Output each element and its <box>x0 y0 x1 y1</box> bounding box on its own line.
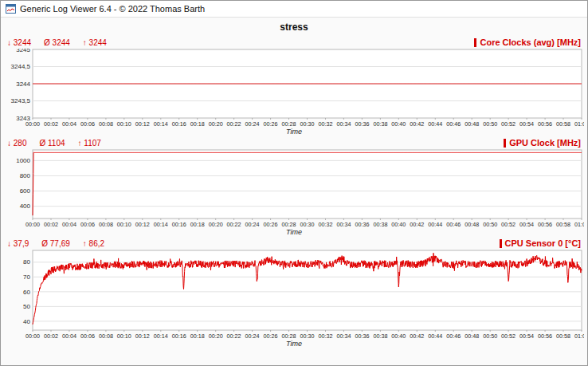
core-clocks-chart[interactable]: 32453244,532443243,5324300:0000:0200:040… <box>6 49 584 128</box>
svg-text:00:32: 00:32 <box>319 333 333 340</box>
chart-title: Core Clocks (avg) [MHz] <box>474 37 581 47</box>
chart-stats: ↓ 3244 Ø 3244 ↑ 3244 <box>7 38 107 47</box>
titlebar[interactable]: Generic Log Viewer 6.4 - © 2022 Thomas B… <box>1 1 587 18</box>
svg-text:00:16: 00:16 <box>172 120 186 128</box>
svg-text:00:58: 00:58 <box>556 120 570 128</box>
svg-text:00:06: 00:06 <box>80 221 95 228</box>
svg-text:00:14: 00:14 <box>154 221 168 228</box>
chart-title-marker-icon <box>504 139 506 148</box>
svg-text:01:00: 01:00 <box>574 221 584 228</box>
svg-text:50: 50 <box>23 303 30 310</box>
svg-text:00:44: 00:44 <box>428 120 442 128</box>
chart-title-label: CPU Sensor 0 [°C] <box>505 238 581 248</box>
svg-text:00:38: 00:38 <box>373 333 387 340</box>
svg-text:00:30: 00:30 <box>300 221 315 228</box>
svg-text:00:52: 00:52 <box>501 333 515 340</box>
chart-panel-core-clocks: ↓ 3244 Ø 3244 ↑ 3244 Core Clocks (avg) [… <box>1 36 587 136</box>
svg-text:00:40: 00:40 <box>391 333 406 340</box>
svg-text:00:36: 00:36 <box>355 221 369 228</box>
svg-text:00:48: 00:48 <box>465 120 479 128</box>
svg-text:00:38: 00:38 <box>373 221 387 228</box>
svg-text:00:20: 00:20 <box>209 120 223 128</box>
svg-text:00:30: 00:30 <box>300 333 315 340</box>
svg-text:00:02: 00:02 <box>44 221 58 228</box>
svg-text:00:42: 00:42 <box>410 120 424 128</box>
svg-text:70: 70 <box>23 274 30 281</box>
svg-text:00:22: 00:22 <box>227 221 241 228</box>
svg-text:00:02: 00:02 <box>44 120 58 128</box>
svg-text:00:12: 00:12 <box>135 333 150 340</box>
svg-text:00:22: 00:22 <box>227 120 241 128</box>
svg-text:600: 600 <box>20 187 31 195</box>
cpu-sensor-chart[interactable]: 807060504000:0000:0200:0400:0600:0800:10… <box>6 250 584 340</box>
svg-text:00:16: 00:16 <box>172 221 186 228</box>
svg-text:00:04: 00:04 <box>62 120 76 128</box>
svg-text:800: 800 <box>20 172 31 179</box>
svg-text:00:56: 00:56 <box>538 120 552 128</box>
svg-text:00:04: 00:04 <box>62 221 76 228</box>
svg-text:00:02: 00:02 <box>44 333 58 340</box>
svg-text:60: 60 <box>23 289 30 296</box>
gpu-clock-chart[interactable]: 100080060040000:0000:0200:0400:0600:0800… <box>6 149 584 229</box>
svg-text:00:18: 00:18 <box>190 221 205 228</box>
chart-title: CPU Sensor 0 [°C] <box>500 238 581 248</box>
svg-text:00:44: 00:44 <box>428 333 442 340</box>
chart-panel-cpu-sensor: ↓ 37,9 Ø 77,69 ↑ 86,2 CPU Sensor 0 [°C] … <box>1 237 587 348</box>
stats-row: ↓ 280 Ø 1104 ↑ 1107 GPU Clock [MHz] <box>6 136 582 149</box>
svg-text:00:10: 00:10 <box>117 221 131 228</box>
svg-text:00:16: 00:16 <box>172 333 186 340</box>
svg-text:00:14: 00:14 <box>154 120 168 128</box>
svg-text:00:08: 00:08 <box>99 120 113 128</box>
chart-title-marker-icon <box>500 239 502 248</box>
svg-text:3245: 3245 <box>16 49 30 53</box>
svg-text:01:00: 01:00 <box>574 333 584 340</box>
svg-text:40: 40 <box>23 318 30 325</box>
svg-text:00:08: 00:08 <box>99 333 113 340</box>
stats-row: ↓ 37,9 Ø 77,69 ↑ 86,2 CPU Sensor 0 [°C] <box>6 237 582 250</box>
app-icon[interactable] <box>6 4 16 14</box>
svg-text:00:42: 00:42 <box>410 333 424 340</box>
svg-text:00:58: 00:58 <box>556 221 570 228</box>
svg-text:00:46: 00:46 <box>446 120 461 128</box>
svg-text:00:56: 00:56 <box>538 221 552 228</box>
stat-avg: Ø 77,69 <box>41 239 70 248</box>
svg-text:00:42: 00:42 <box>410 221 424 228</box>
svg-text:00:58: 00:58 <box>556 333 570 340</box>
svg-text:00:34: 00:34 <box>336 221 351 228</box>
svg-text:00:12: 00:12 <box>135 120 150 128</box>
svg-text:00:48: 00:48 <box>465 221 479 228</box>
svg-text:00:44: 00:44 <box>428 221 442 228</box>
chart-title-marker-icon <box>474 38 476 47</box>
svg-text:00:50: 00:50 <box>483 221 497 228</box>
stat-min: ↓ 37,9 <box>7 239 29 248</box>
chart-title-label: GPU Clock [MHz] <box>509 138 581 148</box>
stat-min: ↓ 3244 <box>7 38 31 47</box>
window-title: Generic Log Viewer 6.4 - © 2022 Thomas B… <box>20 4 205 14</box>
x-axis-label: Time <box>6 228 582 236</box>
svg-text:400: 400 <box>20 203 31 210</box>
svg-text:00:46: 00:46 <box>446 221 461 228</box>
svg-text:00:32: 00:32 <box>319 221 333 228</box>
svg-text:00:22: 00:22 <box>227 333 241 340</box>
svg-text:00:24: 00:24 <box>245 120 260 128</box>
svg-text:00:54: 00:54 <box>519 120 534 128</box>
app-window: Generic Log Viewer 6.4 - © 2022 Thomas B… <box>0 0 588 366</box>
svg-text:00:10: 00:10 <box>117 120 131 128</box>
svg-text:00:34: 00:34 <box>336 120 351 128</box>
stat-avg: Ø 1104 <box>39 139 65 148</box>
svg-text:3244: 3244 <box>16 81 30 88</box>
svg-text:00:14: 00:14 <box>154 333 168 340</box>
chart-stats: ↓ 280 Ø 1104 ↑ 1107 <box>7 139 101 148</box>
svg-text:00:28: 00:28 <box>282 120 296 128</box>
svg-text:00:06: 00:06 <box>80 333 95 340</box>
chart-title-label: Core Clocks (avg) [MHz] <box>480 37 581 47</box>
svg-text:00:24: 00:24 <box>245 333 260 340</box>
svg-text:00:50: 00:50 <box>483 120 497 128</box>
chart-panel-gpu-clock: ↓ 280 Ø 1104 ↑ 1107 GPU Clock [MHz] 1000… <box>1 136 587 236</box>
page-title: stress <box>1 18 587 35</box>
stats-row: ↓ 3244 Ø 3244 ↑ 3244 Core Clocks (avg) [… <box>6 36 582 49</box>
x-axis-label: Time <box>6 128 582 136</box>
svg-text:00:08: 00:08 <box>99 221 113 228</box>
svg-text:00:00: 00:00 <box>25 221 40 228</box>
svg-text:00:48: 00:48 <box>465 333 479 340</box>
